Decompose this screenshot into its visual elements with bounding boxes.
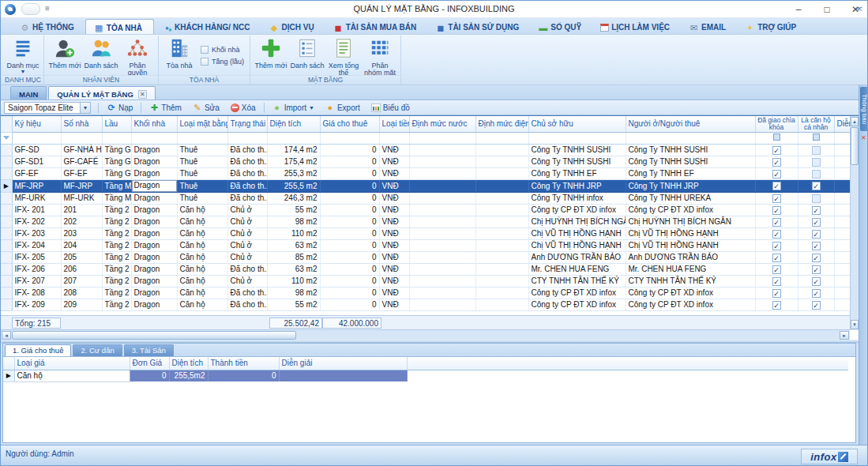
column-header[interactable]: Giá cho thuê xyxy=(320,116,379,132)
permissions-button[interactable]: Phân quyền xyxy=(119,36,156,75)
overview-button[interactable]: Xem tổng thể xyxy=(325,36,362,75)
detail-tab[interactable]: 2. Cư dân xyxy=(73,344,122,356)
column-header[interactable]: Loại giá xyxy=(14,357,130,370)
detail-tab[interactable]: 1. Giá cho thuê xyxy=(5,344,71,356)
ribbon-collapse-icon[interactable]: ≪ xyxy=(855,5,862,13)
table-row[interactable]: IFX- 203203Tầng 2DragonCăn hộChủ ở110 m2… xyxy=(1,227,850,239)
checkbox-icon[interactable]: ✓ xyxy=(772,218,781,227)
checkbox-icon[interactable] xyxy=(812,146,821,155)
employee-list-button[interactable]: Danh sách xyxy=(83,36,119,75)
table-row[interactable]: IFX- 204204Tầng 2DragonCăn hộChủ ở63 m20… xyxy=(1,239,850,251)
checkbox-icon[interactable]: ✓ xyxy=(772,170,781,179)
checkbox-icon[interactable]: ✓ xyxy=(812,277,821,286)
table-row[interactable]: IFX- 202202Tầng 2DragonCăn hộChủ ở98 m20… xyxy=(1,216,850,227)
checkbox-icon[interactable]: ✓ xyxy=(812,182,821,190)
checkbox-icon[interactable] xyxy=(812,170,821,179)
document-tab[interactable]: QUẢN LÝ MẶT BẰNG✕ xyxy=(48,86,156,100)
checkbox-icon[interactable]: ✓ xyxy=(812,230,821,239)
scroll-left-icon[interactable]: ◄ xyxy=(2,331,11,340)
checkbox-icon[interactable]: ✓ xyxy=(812,218,821,227)
checkbox-icon[interactable]: ✓ xyxy=(812,254,821,262)
table-row[interactable]: GF-SD1GF-CAFÉTầng GDragonThuêĐã cho th..… xyxy=(1,156,850,167)
column-header[interactable]: Ký hiệu xyxy=(12,116,61,132)
minimize-button[interactable]: – xyxy=(793,4,804,15)
checkbox-icon[interactable]: ✓ xyxy=(772,146,781,155)
add-employee-button[interactable]: Thêm mới xyxy=(47,36,83,75)
ribbon-tab-calendar[interactable]: LỊCH LÀM VIỆC xyxy=(592,19,681,34)
table-row[interactable]: IFX- 208208Tầng 2DragonCăn hộĐã cho th..… xyxy=(1,287,850,299)
table-row[interactable]: IFX- 209209Tầng 2DragonCăn hộĐã cho th..… xyxy=(1,299,850,310)
ribbon-tab-asset-trade[interactable]: TÀI SẢN MUA BÁN xyxy=(325,19,428,34)
column-header[interactable]: Diện tích xyxy=(169,357,208,370)
ribbon-tab-email[interactable]: EMAIL xyxy=(681,19,737,34)
table-row[interactable]: IFX- 201201Tầng 2DragonCăn hộChủ ở55 m20… xyxy=(1,204,850,216)
checkbox-icon[interactable]: ✓ xyxy=(772,289,781,298)
add-button[interactable]: Thêm xyxy=(144,102,187,113)
checkbox-icon[interactable]: ✓ xyxy=(772,194,781,203)
building-large-button[interactable]: Tòa nhà xyxy=(161,36,197,75)
checkbox-icon[interactable]: ✓ xyxy=(812,289,821,298)
checkbox-icon[interactable]: ✓ xyxy=(772,265,781,274)
ribbon-tab-building[interactable]: TÒA NHÀ xyxy=(85,19,154,34)
menu-list-button[interactable]: Danh mục▼ xyxy=(5,36,41,75)
column-header[interactable]: Diễn giải xyxy=(279,357,407,370)
vertical-scroll-thumb[interactable] xyxy=(851,127,859,165)
chevron-down-icon[interactable]: ▼ xyxy=(80,103,90,113)
vertical-scrollbar[interactable]: ▲ ▼ xyxy=(850,116,859,330)
notifications-tab[interactable]: Thông báo xyxy=(860,87,868,131)
column-header[interactable]: Định mức nước xyxy=(409,116,475,132)
edit-button[interactable]: Sửa xyxy=(187,102,225,113)
column-header[interactable]: Đã giao chìa khóa xyxy=(755,116,798,132)
checkbox-icon[interactable]: ✓ xyxy=(812,206,821,215)
horizontal-scrollbar[interactable]: ◄ ► xyxy=(1,329,850,340)
horizontal-scroll-thumb[interactable] xyxy=(12,331,296,340)
table-row[interactable]: ▶MF-JRPMF-JRPTầng MDragonThuêĐã cho th..… xyxy=(1,179,850,192)
cell-editor[interactable]: Dragon xyxy=(132,180,177,192)
column-header[interactable]: Diện tích xyxy=(267,116,320,132)
add-premises-button[interactable]: Thêm mới xyxy=(253,36,289,75)
ribbon-checkbox[interactable]: Khối nhà xyxy=(201,46,244,54)
ribbon-checkbox[interactable]: Tầng (lầu) xyxy=(201,58,244,66)
column-header[interactable]: Diễn giải xyxy=(834,116,850,132)
column-header[interactable]: Loại tiền xyxy=(379,116,409,132)
maximize-button[interactable]: □ xyxy=(821,4,832,15)
tab-close-icon[interactable]: ✕ xyxy=(138,90,147,99)
column-header[interactable]: Trạng thái xyxy=(227,116,267,132)
checkbox-icon[interactable]: ✓ xyxy=(812,265,821,274)
table-row[interactable]: IFX- 207207Tầng 2DragonCăn hộChủ ở110 m2… xyxy=(1,275,850,287)
ribbon-tab-customers[interactable]: KHÁCH HÀNG/ NCC xyxy=(154,19,261,34)
checkbox-icon[interactable] xyxy=(812,194,821,203)
ribbon-tab-gear[interactable]: HỆ THỐNG xyxy=(12,19,85,34)
checkbox-icon[interactable]: ✓ xyxy=(772,230,781,239)
table-row[interactable]: GF-EFGF-EFTầng GDragonThuêĐã cho th...25… xyxy=(1,167,850,179)
chart-button[interactable]: Biểu đồ xyxy=(366,103,415,113)
table-row[interactable]: GF-SDGF-NHÀ HÀNGTầng GDragonThuêĐã cho t… xyxy=(1,144,850,156)
column-header[interactable]: Người ở/Người thuê xyxy=(626,116,755,132)
column-header[interactable]: Đơn Giá xyxy=(130,357,169,370)
export-button[interactable]: Export xyxy=(320,102,366,113)
checkbox-icon[interactable]: ✓ xyxy=(772,242,781,250)
premises-list-button[interactable]: Danh sách xyxy=(289,36,325,75)
checkbox-filter-icon[interactable] xyxy=(813,133,820,141)
detail-row[interactable]: ▶Căn hộ0255,5m20 xyxy=(3,370,848,381)
checkbox-icon[interactable]: ✓ xyxy=(772,206,781,215)
column-header[interactable]: Khối nhà xyxy=(131,116,177,132)
document-tab[interactable]: MAIN xyxy=(10,86,47,100)
scroll-up-icon[interactable]: ▲ xyxy=(851,117,859,126)
checkbox-icon[interactable] xyxy=(201,46,209,54)
checkbox-icon[interactable]: ✓ xyxy=(812,242,821,250)
ribbon-tab-services[interactable]: DỊCH VỤ xyxy=(261,19,325,34)
grid-filter-row[interactable] xyxy=(1,132,850,144)
checkbox-icon[interactable] xyxy=(812,158,821,167)
column-header[interactable]: Chủ sở hữu xyxy=(528,116,626,132)
detail-tab[interactable]: 3. Tài Sản xyxy=(124,344,174,356)
refresh-button[interactable]: Nạp xyxy=(101,102,138,113)
checkbox-icon[interactable]: ✓ xyxy=(772,277,781,286)
column-header[interactable]: Định mức điện xyxy=(475,116,528,132)
checkbox-icon[interactable] xyxy=(201,58,209,66)
side-panel-close-icon[interactable]: ✕ xyxy=(861,134,866,141)
building-selector[interactable]: Saigon Topaz Elite ▼ xyxy=(4,102,91,114)
scroll-down-icon[interactable]: ▼ xyxy=(851,320,859,329)
checkbox-filter-icon[interactable] xyxy=(773,133,780,141)
scroll-right-icon[interactable]: ► xyxy=(840,331,849,340)
